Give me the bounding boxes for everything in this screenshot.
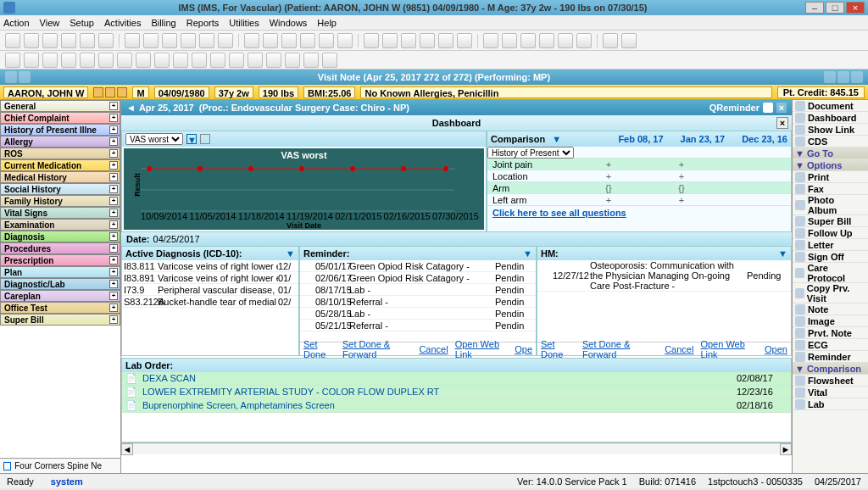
rnav-fax[interactable]: Fax xyxy=(793,183,868,195)
scroll-track[interactable] xyxy=(133,444,780,454)
hm-action[interactable]: Open xyxy=(765,344,787,354)
lab-row[interactable]: 📄Buprenorphine Screen, Amphetamines Scre… xyxy=(122,399,791,413)
expand-icon[interactable]: + xyxy=(109,268,118,276)
reminder-row[interactable]: 08/17/15Lab -Pendin xyxy=(300,284,536,296)
toolbar-button[interactable] xyxy=(457,33,472,48)
nav-diagnosis[interactable]: Diagnosis+ xyxy=(0,231,120,242)
qreminder-icon[interactable] xyxy=(763,103,773,113)
toolbar-button[interactable] xyxy=(319,33,334,48)
diag-row[interactable]: I83.811Varicose veins of right lower ext… xyxy=(122,260,298,272)
comp-date[interactable]: Dec 23, 16 xyxy=(742,134,787,144)
rnav-document[interactable]: Document xyxy=(793,100,868,112)
toolbar-button[interactable] xyxy=(143,33,159,48)
toolbar-button[interactable] xyxy=(576,33,592,48)
expand-icon[interactable]: + xyxy=(109,292,118,300)
expand-icon[interactable]: + xyxy=(109,256,118,264)
comp-filter-icon[interactable]: ▼ xyxy=(552,134,561,144)
toolbar-button[interactable] xyxy=(125,33,140,48)
lab-row[interactable]: 📄LOWER EXTREMITY ARTERIAL STUDY - COLOR … xyxy=(122,386,791,399)
rnav-prvt-note[interactable]: Prvt. Note xyxy=(793,327,868,339)
rnav-flowsheet[interactable]: Flowsheet xyxy=(793,375,868,387)
nav-medical-history[interactable]: Medical History+ xyxy=(0,171,120,183)
nav-allergy[interactable]: Allergy+ xyxy=(0,136,120,148)
toolbar-button[interactable] xyxy=(42,33,58,48)
toolbar-button[interactable] xyxy=(520,33,536,48)
chart-selector[interactable]: VAS worst xyxy=(125,133,183,145)
rnav-print[interactable]: Print xyxy=(793,171,868,183)
toolbar-button[interactable] xyxy=(420,33,435,48)
rnav-cds[interactable]: CDS xyxy=(793,136,868,148)
rem-action[interactable]: Open Web Link xyxy=(455,339,509,359)
proc-nav-icon[interactable]: ◄ xyxy=(126,103,136,113)
nav-family-history[interactable]: Family History+ xyxy=(0,195,120,207)
toolbar-button[interactable] xyxy=(300,33,315,48)
toolbar-button[interactable] xyxy=(364,33,379,48)
vh-close-icon[interactable] xyxy=(851,71,863,83)
expand-icon[interactable]: + xyxy=(109,161,118,170)
chart-tool-icon[interactable] xyxy=(200,134,210,144)
rnav-options[interactable]: ▼ Options xyxy=(793,159,868,171)
nav-ros[interactable]: ROS+ xyxy=(0,148,120,159)
subtoolbar-button[interactable] xyxy=(248,53,263,68)
diag-row[interactable]: I83.891Varicose veins of right lower ext… xyxy=(122,272,298,284)
expand-icon[interactable]: + xyxy=(109,232,118,241)
rnav-go-to[interactable]: ▼ Go To xyxy=(793,148,868,159)
nav-office-test[interactable]: Office Test+ xyxy=(0,302,120,314)
comp-date[interactable]: Jan 23, 17 xyxy=(681,134,726,144)
subtoolbar-button[interactable] xyxy=(266,53,281,68)
toolbar-button[interactable] xyxy=(80,33,95,48)
expand-icon[interactable]: + xyxy=(109,315,118,324)
expand-icon[interactable]: + xyxy=(109,149,118,158)
hm-row[interactable]: 12/27/12Osteoporosis: Communication with… xyxy=(537,260,791,292)
reminder-row[interactable]: 02/06/17Green Opiod Risk Catagory -Pendi… xyxy=(300,272,536,284)
toolbar-button[interactable] xyxy=(558,33,573,48)
vh-min-icon[interactable] xyxy=(824,71,836,83)
toolbar-button[interactable] xyxy=(502,33,517,48)
expand-icon[interactable]: + xyxy=(109,280,118,288)
rnav-copy-prv-visit[interactable]: Copy Prv. Visit xyxy=(793,283,868,303)
menu-setup[interactable]: Setup xyxy=(70,18,94,28)
expand-icon[interactable]: + xyxy=(109,173,118,181)
subtoolbar-button[interactable] xyxy=(136,53,151,68)
facility-field[interactable] xyxy=(14,461,117,471)
subtoolbar-button[interactable] xyxy=(117,53,132,68)
reminder-row[interactable]: 05/28/15Lab -Pendin xyxy=(300,308,536,320)
toolbar-button[interactable] xyxy=(181,33,196,48)
adiag-filter-icon[interactable]: ▼ xyxy=(286,248,295,259)
toolbar-button[interactable] xyxy=(483,33,498,48)
toolbar-button[interactable] xyxy=(98,33,114,48)
comp-date[interactable]: Feb 08, 17 xyxy=(618,134,663,144)
scroll-left-icon[interactable]: ◄ xyxy=(121,443,133,455)
menu-view[interactable]: View xyxy=(40,18,60,28)
expand-icon[interactable]: + xyxy=(109,244,118,253)
subtoolbar-button[interactable] xyxy=(229,53,244,68)
nav-chief-complaint[interactable]: Chief Complaint+ xyxy=(0,112,120,124)
toolbar-button[interactable] xyxy=(162,33,177,48)
rnav-sign-off[interactable]: Sign Off xyxy=(793,251,868,263)
subtoolbar-button[interactable] xyxy=(285,53,300,68)
rem-filter-icon[interactable]: ▼ xyxy=(523,248,532,259)
rnav-care-protocol[interactable]: Care Protocol xyxy=(793,263,868,283)
nav-procedures[interactable]: Procedures+ xyxy=(0,242,120,254)
proc-close-icon[interactable]: × xyxy=(776,103,787,113)
toolbar-button[interactable] xyxy=(61,33,76,48)
hm-action[interactable]: Open Web Link xyxy=(700,339,758,359)
toolbar-button[interactable] xyxy=(382,33,398,48)
expand-icon[interactable]: + xyxy=(109,303,118,312)
menu-billing[interactable]: Billing xyxy=(151,18,175,28)
nav-general[interactable]: General+ xyxy=(0,100,120,112)
toolbar-button[interactable] xyxy=(5,33,20,48)
rem-action[interactable]: Set Done xyxy=(303,339,336,359)
hm-action[interactable]: Set Done & Forward xyxy=(582,339,658,359)
nav-history-of-present-illne[interactable]: History of Present Illne+ xyxy=(0,124,120,136)
comparison-dropdown[interactable]: History of Present xyxy=(487,147,574,159)
rnav-ecg[interactable]: ECG xyxy=(793,339,868,351)
toolbar-button[interactable] xyxy=(337,33,353,48)
toolbar-button[interactable] xyxy=(539,33,554,48)
menu-reports[interactable]: Reports xyxy=(186,18,220,28)
vh-icon[interactable] xyxy=(19,71,31,83)
nav-careplan[interactable]: Careplan+ xyxy=(0,290,120,302)
nav-prescription[interactable]: Prescription+ xyxy=(0,254,120,266)
subtoolbar-button[interactable] xyxy=(42,53,58,68)
toolbar-button[interactable] xyxy=(199,33,214,48)
